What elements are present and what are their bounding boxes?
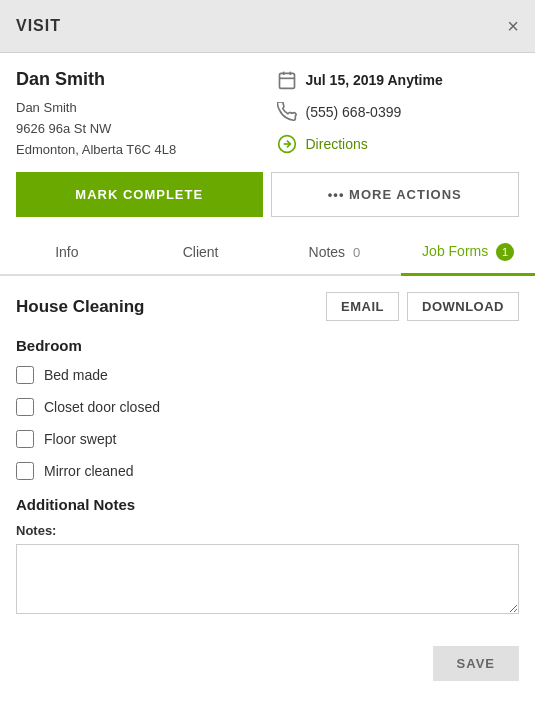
checkbox-bed-made[interactable] [16,366,34,384]
notes-label: Notes: [16,523,519,538]
customer-address: Dan Smith 9626 96a St NW Edmonton, Alber… [16,98,260,160]
save-button[interactable]: SAVE [433,646,519,681]
bedroom-section-title: Bedroom [16,337,519,354]
directions-icon [276,133,298,155]
actions-row: MARK COMPLETE ••• MORE ACTIONS [0,172,535,229]
job-forms-content: House Cleaning EMAIL DOWNLOAD Bedroom Be… [0,276,535,634]
svg-rect-0 [279,73,294,88]
customer-name: Dan Smith [16,69,260,90]
address-line2: 9626 96a St NW [16,119,260,140]
visit-details: Jul 15, 2019 Anytime (555) 668-0399 [276,69,520,160]
tab-job-forms[interactable]: Job Forms 1 [401,231,535,276]
form-title-row: House Cleaning EMAIL DOWNLOAD [16,292,519,321]
address-line1: Dan Smith [16,98,260,119]
checklist-item-closet-door: Closet door closed [16,398,519,416]
date-row: Jul 15, 2019 Anytime [276,69,520,91]
tab-client[interactable]: Client [134,231,268,276]
visit-modal: VISIT × Dan Smith Dan Smith 9626 96a St … [0,0,535,703]
customer-info: Dan Smith Dan Smith 9626 96a St NW Edmon… [16,69,260,160]
additional-notes-title: Additional Notes [16,496,519,513]
directions-link[interactable]: Directions [306,136,368,152]
modal-header: VISIT × [0,0,535,53]
tabs-bar: Info Client Notes 0 Job Forms 1 [0,229,535,276]
form-title: House Cleaning [16,297,144,317]
notes-textarea[interactable] [16,544,519,614]
checklist-label-mirror-cleaned: Mirror cleaned [44,463,133,479]
visit-date: Jul 15, 2019 Anytime [306,72,443,88]
checkbox-floor-swept[interactable] [16,430,34,448]
modal-title: VISIT [16,17,61,35]
checklist-label-floor-swept: Floor swept [44,431,116,447]
calendar-icon [276,69,298,91]
checklist-label-closet-door: Closet door closed [44,399,160,415]
checklist-item-mirror-cleaned: Mirror cleaned [16,462,519,480]
checklist-label-bed-made: Bed made [44,367,108,383]
notes-badge: 0 [353,245,360,260]
email-button[interactable]: EMAIL [326,292,399,321]
checklist-item-bed-made: Bed made [16,366,519,384]
directions-row[interactable]: Directions [276,133,520,155]
tab-info[interactable]: Info [0,231,134,276]
additional-notes-section: Additional Notes Notes: [16,496,519,618]
form-actions: EMAIL DOWNLOAD [326,292,519,321]
address-line3: Edmonton, Alberta T6C 4L8 [16,140,260,161]
tab-notes[interactable]: Notes 0 [268,231,402,276]
bedroom-section: Bedroom Bed made Closet door closed Floo… [16,337,519,480]
close-button[interactable]: × [507,16,519,36]
download-button[interactable]: DOWNLOAD [407,292,519,321]
phone-icon [276,101,298,123]
checklist-item-floor-swept: Floor swept [16,430,519,448]
checkbox-mirror-cleaned[interactable] [16,462,34,480]
more-actions-button[interactable]: ••• MORE ACTIONS [271,172,520,217]
mark-complete-button[interactable]: MARK COMPLETE [16,172,263,217]
phone-number: (555) 668-0399 [306,104,402,120]
job-forms-badge: 1 [496,243,514,261]
save-row: SAVE [0,634,535,693]
visit-info-section: Dan Smith Dan Smith 9626 96a St NW Edmon… [0,53,535,172]
phone-row: (555) 668-0399 [276,101,520,123]
checkbox-closet-door[interactable] [16,398,34,416]
